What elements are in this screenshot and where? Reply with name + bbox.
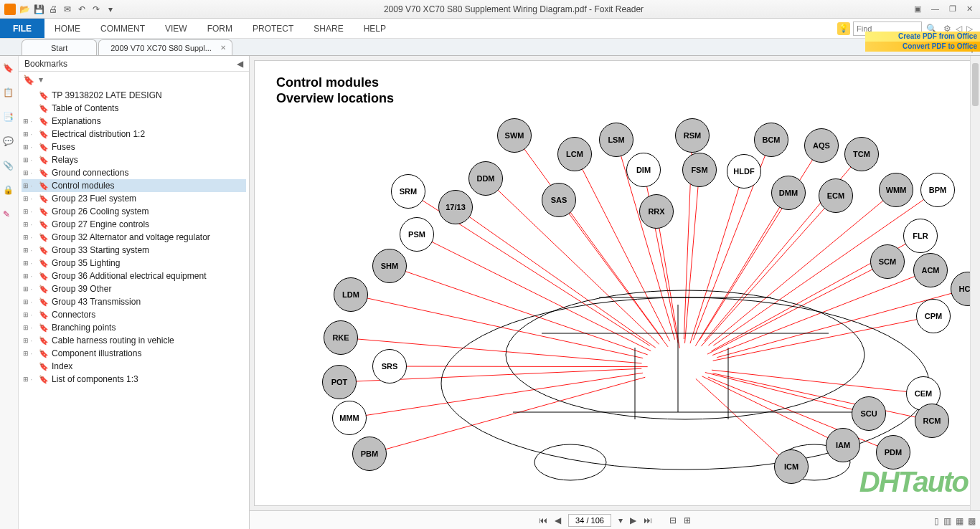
bookmarks-tree[interactable]: 🔖TP 39138202 LATE DESIGN🔖Table of Conten… xyxy=(19,87,249,529)
bookmark-item[interactable]: 🔖Index xyxy=(22,360,246,373)
bookmark-item[interactable]: ⊞·🔖Group 32 Alternator and voltage regul… xyxy=(22,231,246,244)
bookmark-item[interactable]: ⊞·🔖Group 36 Additional electrical equipm… xyxy=(22,270,246,282)
expand-icon[interactable]: ⊞ xyxy=(22,337,30,344)
bookmark-options-icon[interactable]: ▾ xyxy=(39,75,43,85)
menu-home[interactable]: HOME xyxy=(44,19,90,38)
bookmark-item[interactable]: ⊞·🔖Relays xyxy=(22,153,246,166)
module-RCM: RCM xyxy=(915,404,949,438)
expand-icon[interactable]: ⊞ xyxy=(22,208,30,215)
prev-page-icon[interactable]: ◀ xyxy=(555,515,561,525)
module-SRS: SRS xyxy=(372,349,407,383)
clipboard-tool-icon[interactable]: 📋 xyxy=(3,87,16,100)
view-mode-buttons: ▯ ▥ ▦ ▩ xyxy=(934,516,976,526)
expand-icon[interactable]: ⊞ xyxy=(22,195,30,202)
bookmark-tool-icon[interactable]: 🔖 xyxy=(3,63,16,76)
menu-help[interactable]: HELP xyxy=(354,19,396,38)
bookmark-item[interactable]: ⊞·🔖Cable harness routing in vehicle xyxy=(22,334,246,347)
expand-icon[interactable]: ⊞ xyxy=(22,247,30,254)
menu-form[interactable]: FORM xyxy=(197,19,242,38)
continuous-icon[interactable]: ▥ xyxy=(943,516,951,526)
bookmark-item[interactable]: ⊞·🔖Group 39 Other xyxy=(22,282,246,295)
expand-icon[interactable]: ⊞ xyxy=(22,298,30,305)
undo-icon[interactable]: ↶ xyxy=(76,4,88,15)
maximize-icon[interactable]: ❐ xyxy=(949,4,956,14)
open-icon[interactable]: 📂 xyxy=(19,4,30,15)
bookmark-item[interactable]: ⊞·🔖Group 23 Fuel system xyxy=(22,192,246,205)
tab-close-icon[interactable]: ✕ xyxy=(220,44,226,52)
expand-icon[interactable]: ⊞ xyxy=(22,376,30,383)
sign-tool-icon[interactable]: ✎ xyxy=(3,209,16,222)
bookmark-item[interactable]: ⊞·🔖Fuses xyxy=(22,140,246,153)
ribbon-toggle-icon[interactable]: ▣ xyxy=(914,4,921,14)
collapse-panel-icon[interactable]: ◀ xyxy=(237,59,243,69)
next-page-icon[interactable]: ▶ xyxy=(630,515,636,525)
close-icon[interactable]: ✕ xyxy=(966,4,973,14)
email-icon[interactable]: ✉ xyxy=(62,4,73,15)
expand-icon[interactable]: ⊞ xyxy=(22,259,30,267)
promo-banner[interactable]: Create PDF from Office Convert PDF to Of… xyxy=(865,32,980,52)
menu-share[interactable]: SHARE xyxy=(303,19,353,38)
bookmark-item[interactable]: ⊞·🔖List of components 1:3 xyxy=(22,373,246,386)
first-page-icon[interactable]: ⏮ xyxy=(539,515,547,525)
tab-document[interactable]: 2009 V70 XC70 S80 Suppl...✕ xyxy=(98,39,232,55)
expand-icon[interactable]: ⊞ xyxy=(22,169,30,176)
expand-icon[interactable]: ⊞ xyxy=(22,350,30,357)
bookmark-item[interactable]: ⊞·🔖Electrical distribution 1:2 xyxy=(22,128,246,140)
expand-icon[interactable]: ⊞ xyxy=(22,182,30,189)
bookmark-item[interactable]: ⊞·🔖Group 43 Transmission xyxy=(22,295,246,308)
bookmark-item[interactable]: ⊞·🔖Group 26 Cooling system xyxy=(22,205,246,218)
menu-comment[interactable]: COMMENT xyxy=(90,19,155,38)
tip-icon[interactable]: 💡 xyxy=(837,22,850,35)
facing-icon[interactable]: ▦ xyxy=(956,516,963,526)
bookmark-item[interactable]: ⊞·🔖Connectors xyxy=(22,308,246,321)
expand-icon[interactable]: ⊞ xyxy=(22,143,30,151)
bookmark-item[interactable]: ⊞·🔖Group 27 Engine controls xyxy=(22,218,246,231)
expand-all-icon[interactable]: 🔖 xyxy=(23,75,34,85)
expand-icon[interactable]: ⊞ xyxy=(22,221,30,228)
bookmark-icon: 🔖 xyxy=(39,143,49,152)
single-page-icon[interactable]: ▯ xyxy=(934,516,939,526)
bookmark-item[interactable]: ⊞·🔖Group 33 Starting system xyxy=(22,244,246,257)
tab-start[interactable]: Start xyxy=(22,39,97,55)
comment-tool-icon[interactable]: 💬 xyxy=(3,136,16,149)
menu-protect[interactable]: PROTECT xyxy=(242,19,303,38)
redo-icon[interactable]: ↷ xyxy=(90,4,102,15)
file-menu[interactable]: FILE xyxy=(0,19,44,38)
bookmark-item[interactable]: ⊞·🔖Branching points xyxy=(22,321,246,334)
bookmark-item[interactable]: ⊞·🔖Ground connections xyxy=(22,166,246,179)
print-icon[interactable]: 🖨 xyxy=(47,4,59,15)
scrollbar-thumb[interactable] xyxy=(972,63,979,106)
expand-icon[interactable]: ⊞ xyxy=(22,156,30,163)
continuous-facing-icon[interactable]: ▩ xyxy=(968,516,976,526)
expand-icon[interactable]: ⊞ xyxy=(22,130,30,138)
attach-tool-icon[interactable]: 📎 xyxy=(3,161,16,173)
bookmark-item[interactable]: 🔖Table of Contents xyxy=(22,102,246,115)
bookmark-item[interactable]: ⊞·🔖Explanations xyxy=(22,115,246,128)
save-icon[interactable]: 💾 xyxy=(33,4,44,15)
menu-view[interactable]: VIEW xyxy=(155,19,197,38)
bookmark-item[interactable]: ⊞·🔖Group 35 Lighting xyxy=(22,257,246,270)
expand-icon[interactable]: ⊞ xyxy=(22,272,30,280)
expand-icon[interactable]: ⊞ xyxy=(22,285,30,292)
page-canvas[interactable]: Control modules Overview locations DHTau… xyxy=(254,60,976,506)
bookmark-icon: 🔖 xyxy=(39,259,49,268)
expand-icon[interactable]: ⊞ xyxy=(22,234,30,241)
security-tool-icon[interactable]: 🔒 xyxy=(3,185,16,198)
zoom-in-icon[interactable]: ⊞ xyxy=(684,515,691,525)
bookmark-item[interactable]: ⊞·🔖Control modules xyxy=(22,179,246,192)
module-TCM: TCM xyxy=(844,137,879,171)
vertical-scrollbar[interactable] xyxy=(970,56,980,510)
page-dropdown-icon[interactable]: ▾ xyxy=(618,515,623,525)
page-number-input[interactable] xyxy=(568,514,611,527)
expand-icon[interactable]: ⊞ xyxy=(22,118,30,125)
bookmark-item[interactable]: ⊞·🔖Component illustrations xyxy=(22,347,246,360)
expand-icon[interactable]: ⊞ xyxy=(22,311,30,318)
expand-icon[interactable]: ⊞ xyxy=(22,324,30,331)
module-DDM: DDM xyxy=(468,161,503,196)
layers-tool-icon[interactable]: 📑 xyxy=(3,112,16,125)
last-page-icon[interactable]: ⏭ xyxy=(644,515,652,525)
bookmark-item[interactable]: 🔖TP 39138202 LATE DESIGN xyxy=(22,89,246,102)
zoom-out-icon[interactable]: ⊟ xyxy=(669,515,677,525)
minimize-icon[interactable]: — xyxy=(931,4,939,14)
qat-dropdown-icon[interactable]: ▾ xyxy=(105,4,116,15)
